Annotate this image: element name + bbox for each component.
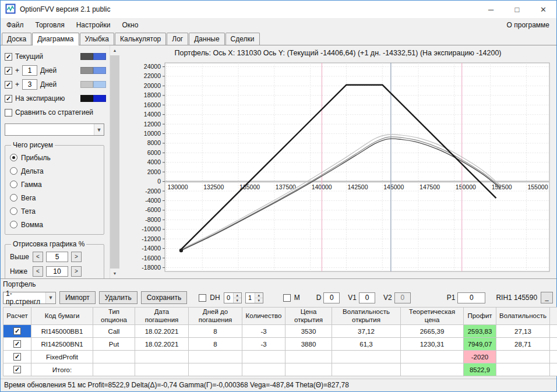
radio-button[interactable] xyxy=(10,221,17,228)
layer-checkbox[interactable]: ✓ xyxy=(5,67,12,75)
color-swatch[interactable] xyxy=(80,53,93,60)
tab[interactable]: Диаграмма xyxy=(32,33,79,45)
below-increase-button[interactable]: > xyxy=(71,266,82,277)
column-header[interactable]: Код бумаги xyxy=(31,308,93,325)
color-swatch[interactable] xyxy=(93,81,106,88)
dh-spinner-1-input[interactable] xyxy=(224,293,233,303)
left-panel-scrollbar[interactable]: ▲ ▼ xyxy=(110,45,119,278)
dh-checkbox[interactable] xyxy=(199,294,206,302)
menu-item-about[interactable]: О программе xyxy=(501,18,556,32)
p1-field-input[interactable] xyxy=(457,292,485,303)
radio-button[interactable] xyxy=(10,167,17,175)
column-header[interactable]: Волатильность xyxy=(496,308,550,325)
row-checkbox-cell[interactable]: ✓ xyxy=(3,325,31,338)
color-swatch[interactable] xyxy=(80,67,93,74)
column-header[interactable]: Дней до погашения xyxy=(189,308,242,325)
below-input[interactable] xyxy=(46,266,68,277)
scroll-down-icon[interactable]: ▼ xyxy=(110,269,119,278)
draw-option[interactable]: Тета xyxy=(10,205,99,217)
tab[interactable]: Улыбка xyxy=(80,33,115,45)
draw-option[interactable]: Вега xyxy=(10,192,99,204)
row-checkbox[interactable]: ✓ xyxy=(13,353,21,361)
row-checkbox[interactable]: ✓ xyxy=(13,366,21,373)
draw-option[interactable]: Гамма xyxy=(10,178,99,190)
tab[interactable]: Калькулятор xyxy=(115,33,166,45)
spin-up-icon[interactable]: ▲ xyxy=(234,293,241,298)
table-body: ✓RI145000BB1Call18.02.20218-3353037,1226… xyxy=(3,325,557,376)
x-tick-label: 150000 xyxy=(456,183,476,190)
column-header[interactable]: Количество xyxy=(242,308,285,325)
above-decrease-button[interactable]: < xyxy=(33,252,43,262)
layer-checkbox[interactable] xyxy=(5,109,12,116)
spin-down-icon[interactable]: ▼ xyxy=(255,298,263,303)
strategy-combobox[interactable]: ▼ xyxy=(5,123,104,136)
row-checkbox-cell[interactable]: ✓ xyxy=(3,363,31,376)
close-button[interactable]: ✕ xyxy=(530,1,556,18)
x-tick-label: 145000 xyxy=(383,183,404,190)
row-checkbox[interactable]: ✓ xyxy=(13,340,21,348)
color-swatch[interactable] xyxy=(80,95,93,102)
row-checkbox-cell[interactable]: ✓ xyxy=(3,351,31,363)
filler-cell xyxy=(550,325,557,338)
layer-checkbox[interactable]: ✓ xyxy=(5,95,12,103)
menu-item[interactable]: Окно xyxy=(117,18,144,32)
layer-checkbox[interactable]: ✓ xyxy=(5,53,12,61)
import-button[interactable]: Импорт xyxy=(59,291,96,304)
column-header[interactable]: Тип опциона xyxy=(93,308,135,325)
v2-field-input[interactable] xyxy=(394,292,411,303)
column-header[interactable]: Расчет xyxy=(3,308,31,325)
color-swatch[interactable] xyxy=(93,53,106,60)
draw-option[interactable]: Прибыль xyxy=(10,151,99,164)
scroll-up-icon[interactable]: ▲ xyxy=(110,45,119,55)
profit-chart[interactable]: 2400022000200001800016000140001200010000… xyxy=(121,59,555,276)
row-checkbox-cell[interactable]: ✓ xyxy=(3,338,31,351)
maximize-button[interactable]: □ xyxy=(504,1,530,18)
color-swatch[interactable] xyxy=(93,67,106,74)
days-input[interactable] xyxy=(22,65,37,76)
tab[interactable]: Данные xyxy=(189,33,224,45)
radio-button[interactable] xyxy=(10,154,17,161)
below-decrease-button[interactable]: < xyxy=(33,266,43,277)
y-tick-label: -14000 xyxy=(142,245,161,252)
color-swatch[interactable] xyxy=(93,95,106,102)
column-header[interactable]: Цена открытия xyxy=(285,308,332,325)
delete-button[interactable]: Удалить xyxy=(99,291,138,304)
y-tick-label: 10000 xyxy=(144,130,161,137)
tab[interactable]: Доска xyxy=(2,33,31,45)
v1-field-input[interactable] xyxy=(359,292,375,303)
column-header[interactable]: Волатильность открытия xyxy=(332,308,401,325)
color-swatch[interactable] xyxy=(80,81,93,88)
spin-down-icon[interactable]: ▼ xyxy=(234,298,241,303)
tab[interactable]: Лог xyxy=(167,33,188,45)
collapse-button[interactable]: _ xyxy=(541,292,553,303)
above-input[interactable] xyxy=(46,252,68,262)
column-header[interactable]: Профит xyxy=(464,308,496,325)
above-increase-button[interactable]: > xyxy=(71,252,82,262)
p1-field-label: P1 xyxy=(447,294,456,302)
tab[interactable]: Сделки xyxy=(225,33,260,45)
preset-combobox[interactable]: 1-пр.стренгл ▼ xyxy=(3,292,56,304)
filler-cell xyxy=(550,338,557,351)
column-header[interactable]: Теоретическая цена xyxy=(401,308,464,325)
save-button[interactable]: Сохранить xyxy=(141,291,188,304)
plot-area[interactable] xyxy=(165,63,549,271)
column-header[interactable]: Дата погашения xyxy=(135,308,189,325)
menu-item[interactable]: Торговля xyxy=(30,18,70,32)
menu-item[interactable]: Файл xyxy=(1,18,30,32)
radio-button[interactable] xyxy=(10,181,17,188)
scrollbar-thumb[interactable] xyxy=(110,55,119,269)
m-checkbox[interactable] xyxy=(283,294,291,302)
spin-up-icon[interactable]: ▲ xyxy=(255,293,263,298)
menu-item[interactable]: Настройки xyxy=(70,18,117,32)
dh-spinner-2-input[interactable] xyxy=(246,293,255,303)
layer-checkbox[interactable]: ✓ xyxy=(5,81,12,89)
d-field-input[interactable] xyxy=(323,292,340,303)
row-checkbox[interactable]: ✓ xyxy=(13,327,21,335)
radio-button[interactable] xyxy=(10,194,17,202)
draw-option[interactable]: Вомма xyxy=(10,218,99,231)
left-panel: ✓Текущий✓+Дней✓+Дней✓На экспирациюСравни… xyxy=(1,45,119,278)
days-input[interactable] xyxy=(22,79,37,90)
minimize-button[interactable]: ─ xyxy=(478,1,504,18)
draw-option[interactable]: Дельта xyxy=(10,165,99,177)
radio-button[interactable] xyxy=(10,207,17,215)
